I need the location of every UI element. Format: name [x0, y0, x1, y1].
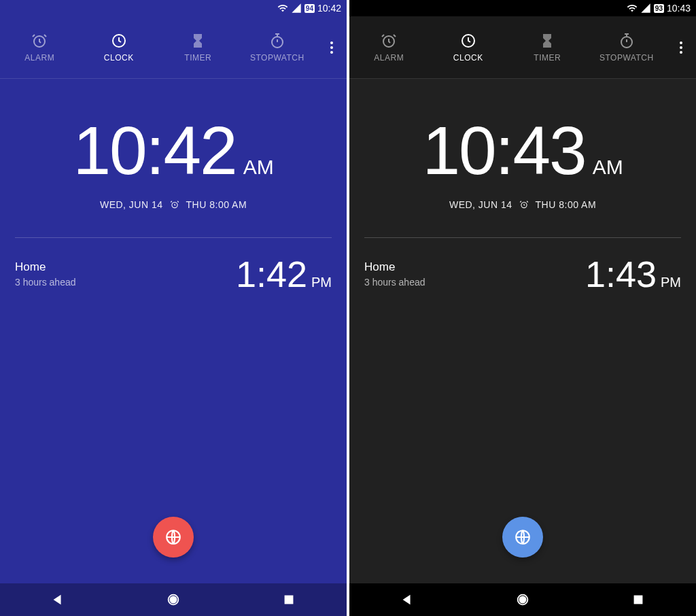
navigation-bar: [0, 583, 347, 616]
recents-button[interactable]: [268, 583, 309, 616]
tab-label: ALARM: [374, 53, 404, 63]
secondary-ampm: PM: [661, 275, 681, 290]
clock-icon: [111, 33, 127, 49]
globe-icon: [514, 528, 532, 546]
secondary-ampm: PM: [311, 275, 332, 290]
clock-icon: [460, 33, 476, 49]
alarm-icon: [31, 33, 48, 49]
svg-rect-15: [634, 596, 643, 604]
current-date: WED, JUN 14: [449, 199, 512, 210]
more-vert-icon: [330, 41, 333, 54]
main-time: 10:43: [422, 112, 585, 190]
screen-dark: 93 10:43 ALARM CLOCK TIMER STOPWATCH: [349, 0, 696, 616]
signal-icon: [640, 3, 651, 14]
alarm-icon: [381, 33, 397, 49]
secondary-clock: 1:43 PM: [585, 253, 681, 295]
tab-stopwatch[interactable]: STOPWATCH: [238, 16, 317, 78]
world-clock-row[interactable]: Home 3 hours ahead 1:42 PM: [15, 253, 332, 295]
alarm-icon: [519, 200, 529, 209]
svg-rect-7: [285, 596, 294, 604]
statusbar-time: 10:43: [667, 3, 691, 14]
stopwatch-icon: [269, 33, 285, 49]
wifi-icon: [277, 3, 288, 14]
svg-point-6: [170, 596, 176, 602]
current-date: WED, JUN 14: [100, 199, 163, 210]
divider: [15, 237, 332, 238]
tab-label: TIMER: [184, 53, 211, 63]
date-line: WED, JUN 14 THU 8:00 AM: [449, 199, 596, 210]
back-button[interactable]: [37, 583, 78, 616]
tab-label: CLOCK: [104, 53, 134, 63]
stopwatch-icon: [619, 33, 635, 49]
location-name: Home: [364, 260, 425, 274]
secondary-time: 1:43: [585, 253, 657, 295]
date-line: WED, JUN 14 THU 8:00 AM: [100, 199, 247, 210]
location-info: Home 3 hours ahead: [15, 260, 76, 288]
statusbar-time: 10:42: [317, 3, 341, 14]
tab-label: STOPWATCH: [250, 53, 304, 63]
main-ampm: AM: [243, 156, 274, 179]
tab-clock[interactable]: CLOCK: [80, 16, 159, 78]
tab-timer[interactable]: TIMER: [158, 16, 238, 78]
status-bar: 94 10:42: [0, 0, 347, 16]
more-vert-icon: [680, 41, 682, 54]
tab-label: ALARM: [24, 53, 54, 63]
location-offset: 3 hours ahead: [15, 277, 76, 288]
battery-badge: 93: [654, 4, 664, 13]
location-info: Home 3 hours ahead: [364, 260, 425, 288]
back-button[interactable]: [387, 583, 428, 616]
tab-bar: ALARM CLOCK TIMER STOPWATCH: [0, 16, 347, 79]
status-bar: 93 10:43: [349, 0, 696, 16]
overflow-menu[interactable]: [317, 16, 347, 78]
overflow-menu[interactable]: [666, 16, 696, 78]
tab-bar: ALARM CLOCK TIMER STOPWATCH: [349, 16, 696, 79]
globe-icon: [164, 528, 182, 546]
tab-clock[interactable]: CLOCK: [429, 16, 508, 78]
world-clock-row[interactable]: Home 3 hours ahead 1:43 PM: [364, 253, 681, 295]
tab-label: CLOCK: [453, 53, 483, 63]
tab-alarm[interactable]: ALARM: [0, 16, 80, 78]
svg-point-14: [519, 596, 525, 602]
tab-timer[interactable]: TIMER: [508, 16, 587, 78]
next-alarm: THU 8:00 AM: [536, 199, 597, 210]
divider: [364, 237, 681, 238]
screen-light: 94 10:42 ALARM CLOCK TIMER STOPWATCH: [0, 0, 347, 616]
main-clock: 10:42 AM: [73, 112, 273, 190]
tabs: ALARM CLOCK TIMER STOPWATCH: [0, 16, 317, 78]
tab-label: STOPWATCH: [599, 53, 654, 63]
tabs: ALARM CLOCK TIMER STOPWATCH: [349, 16, 666, 78]
location-name: Home: [15, 260, 76, 274]
main-time: 10:42: [73, 112, 236, 190]
tab-label: TIMER: [534, 53, 561, 63]
secondary-clock: 1:42 PM: [236, 253, 332, 295]
clock-content: 10:42 AM WED, JUN 14 THU 8:00 AM Home 3 …: [0, 79, 347, 583]
secondary-time: 1:42: [236, 253, 307, 295]
add-world-clock-fab[interactable]: [153, 517, 194, 558]
next-alarm: THU 8:00 AM: [186, 199, 247, 210]
hourglass-icon: [190, 33, 206, 49]
battery-badge: 94: [304, 4, 315, 13]
tab-stopwatch[interactable]: STOPWATCH: [587, 16, 667, 78]
navigation-bar: [349, 583, 696, 616]
hourglass-icon: [539, 33, 555, 49]
signal-icon: [291, 3, 302, 14]
recents-button[interactable]: [618, 583, 659, 616]
main-ampm: AM: [593, 156, 623, 179]
add-world-clock-fab[interactable]: [502, 517, 543, 558]
tab-alarm[interactable]: ALARM: [349, 16, 429, 78]
alarm-icon: [170, 200, 179, 209]
location-offset: 3 hours ahead: [364, 277, 425, 288]
home-button[interactable]: [502, 583, 543, 616]
clock-content: 10:43 AM WED, JUN 14 THU 8:00 AM Home 3 …: [349, 79, 696, 583]
main-clock: 10:43 AM: [422, 112, 623, 190]
wifi-icon: [627, 3, 638, 14]
home-button[interactable]: [153, 583, 194, 616]
